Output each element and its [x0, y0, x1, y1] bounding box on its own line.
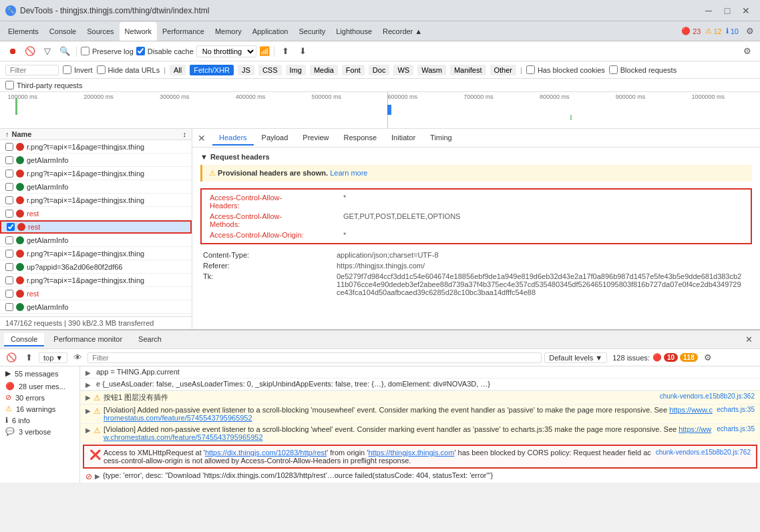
- tab-recorder[interactable]: Recorder ▲: [377, 22, 427, 41]
- eye-button[interactable]: 👁: [70, 350, 85, 365]
- filter-all[interactable]: All: [170, 65, 186, 75]
- tab-security[interactable]: Security: [293, 22, 331, 41]
- list-item[interactable]: r.png?t=api×=1&page=thingjsx.thing: [0, 274, 192, 287]
- default-levels-selector[interactable]: Default levels ▼: [544, 352, 607, 363]
- item-checkbox[interactable]: [7, 223, 15, 231]
- item-checkbox[interactable]: [5, 170, 13, 178]
- verbose-count[interactable]: 💬 3 verbose: [0, 426, 79, 437]
- list-item[interactable]: r.png?t=api×=1&page=thingjsx.thing: [0, 194, 192, 207]
- tab-lighthouse[interactable]: Lighthouse: [331, 22, 377, 41]
- record-button[interactable]: ⏺: [5, 44, 20, 59]
- tab-search[interactable]: Search: [132, 333, 168, 346]
- list-item[interactable]: rest: [0, 287, 192, 300]
- list-item[interactable]: getAlarmInfo: [0, 300, 192, 314]
- filter-js[interactable]: JS: [238, 65, 254, 75]
- console-top-button[interactable]: ⬆: [21, 350, 36, 365]
- source-link[interactable]: echarts.js:35: [717, 425, 755, 433]
- tab-sources[interactable]: Sources: [81, 22, 119, 41]
- errors-count[interactable]: ⊘ 30 errors: [0, 392, 79, 403]
- disable-cache-label[interactable]: Disable cache: [136, 47, 194, 55]
- hide-data-urls-checkbox[interactable]: [97, 65, 106, 74]
- user-messages-count[interactable]: 🔴 28 user mes...: [0, 380, 79, 392]
- import-button[interactable]: ⬆: [278, 44, 293, 59]
- third-party-label[interactable]: Third-party requests: [5, 81, 82, 89]
- preserve-log-checkbox[interactable]: [81, 47, 89, 55]
- list-item[interactable]: rest: [0, 207, 192, 220]
- list-item-selected[interactable]: rest: [0, 220, 192, 234]
- item-checkbox[interactable]: [5, 210, 13, 218]
- minimize-button[interactable]: ─: [700, 4, 717, 17]
- export-button[interactable]: ⬇: [296, 44, 311, 59]
- list-item[interactable]: getAlarmInfo: [0, 234, 192, 247]
- tab-memory[interactable]: Memory: [210, 22, 247, 41]
- maximize-button[interactable]: □: [719, 4, 736, 17]
- filter-img[interactable]: Img: [286, 65, 306, 75]
- third-party-checkbox[interactable]: [5, 81, 14, 89]
- close-bottom-panel[interactable]: ✕: [741, 332, 756, 347]
- filter-ws[interactable]: WS: [393, 65, 413, 75]
- blocked-requests-checkbox[interactable]: [609, 65, 618, 74]
- has-blocked-cookies-checkbox[interactable]: [526, 65, 535, 74]
- context-selector[interactable]: top ▼: [39, 352, 67, 363]
- messages-count[interactable]: ▶ 55 messages: [0, 366, 79, 380]
- console-settings-button[interactable]: ⚙: [701, 350, 715, 365]
- item-checkbox[interactable]: [5, 276, 13, 284]
- preserve-log-label[interactable]: Preserve log: [81, 47, 134, 55]
- filter-doc[interactable]: Doc: [369, 65, 390, 75]
- invert-checkbox[interactable]: [63, 65, 71, 74]
- tab-response[interactable]: Response: [337, 131, 383, 146]
- filter-css[interactable]: CSS: [258, 65, 282, 75]
- source-link[interactable]: echarts.js:35: [717, 406, 755, 413]
- filter-font[interactable]: Font: [342, 65, 365, 75]
- list-item[interactable]: getAlarmInfo: [0, 180, 192, 194]
- item-checkbox[interactable]: [5, 303, 13, 311]
- clear-button[interactable]: 🚫: [23, 44, 37, 59]
- filter-wasm[interactable]: Wasm: [417, 65, 446, 75]
- settings-button[interactable]: ⚙: [743, 24, 757, 39]
- list-item[interactable]: up?appid=36a2d06e80f2df66: [0, 260, 192, 274]
- close-button[interactable]: ✕: [737, 4, 755, 17]
- tab-network[interactable]: Network: [120, 22, 157, 41]
- tab-headers[interactable]: Headers: [212, 131, 254, 146]
- tab-console-bottom[interactable]: Console: [4, 333, 44, 346]
- request-headers-section[interactable]: ▼ Request headers: [200, 153, 752, 161]
- settings-button-2[interactable]: ⚙: [740, 44, 755, 59]
- console-filter-input[interactable]: [87, 352, 542, 363]
- filter-manifest[interactable]: Manifest: [450, 65, 486, 75]
- tab-initiator[interactable]: Initiator: [385, 131, 422, 146]
- filter-icon[interactable]: ▽: [40, 44, 55, 59]
- filter-input[interactable]: [5, 65, 59, 75]
- tab-elements[interactable]: Elements: [3, 22, 44, 41]
- source-link[interactable]: chunk-vendors.e15b8b20.js:762: [656, 449, 751, 456]
- warnings-count[interactable]: ⚠ 16 warnings: [0, 403, 79, 415]
- list-item[interactable]: r.png?t=api×=1&page=thingjsx.thing: [0, 140, 192, 154]
- blocked-requests-label[interactable]: Blocked requests: [609, 65, 677, 74]
- tab-performance[interactable]: Performance: [157, 22, 210, 41]
- item-checkbox[interactable]: [5, 183, 13, 191]
- tab-timing[interactable]: Timing: [423, 131, 459, 146]
- tab-performance-monitor[interactable]: Performance monitor: [47, 333, 129, 346]
- hide-data-urls-label[interactable]: Hide data URLs: [97, 65, 160, 74]
- has-blocked-cookies-label[interactable]: Has blocked cookies: [526, 65, 605, 74]
- tab-console[interactable]: Console: [44, 22, 81, 41]
- invert-label[interactable]: Invert: [63, 65, 93, 74]
- item-checkbox[interactable]: [5, 156, 13, 164]
- item-checkbox[interactable]: [5, 250, 13, 258]
- learn-more-link[interactable]: Learn more: [330, 169, 367, 177]
- list-item[interactable]: r.png?t=api×=1&page=thingjsx.thing: [0, 247, 192, 260]
- list-item[interactable]: getAlarmInfo: [0, 154, 192, 167]
- detail-close-button[interactable]: ✕: [195, 131, 208, 145]
- filter-fetch-xhr[interactable]: Fetch/XHR: [190, 65, 234, 75]
- item-checkbox[interactable]: [5, 143, 13, 151]
- source-link[interactable]: chunk-vendors.e15b8b20.js:362: [660, 392, 755, 400]
- tab-payload[interactable]: Payload: [255, 131, 295, 146]
- clear-console-button[interactable]: 🚫: [4, 350, 19, 365]
- item-checkbox[interactable]: [5, 196, 13, 204]
- search-button[interactable]: 🔍: [57, 44, 72, 59]
- throttle-select[interactable]: No throttling Fast 3G Slow 3G: [196, 45, 256, 57]
- list-item[interactable]: r.png?t=api×=1&page=thingjsx.thing: [0, 167, 192, 180]
- disable-cache-checkbox[interactable]: [136, 47, 145, 55]
- filter-media[interactable]: Media: [310, 65, 338, 75]
- tab-application[interactable]: Application: [247, 22, 294, 41]
- request-list-scroll[interactable]: r.png?t=api×=1&page=thingjsx.thing getAl…: [0, 140, 192, 316]
